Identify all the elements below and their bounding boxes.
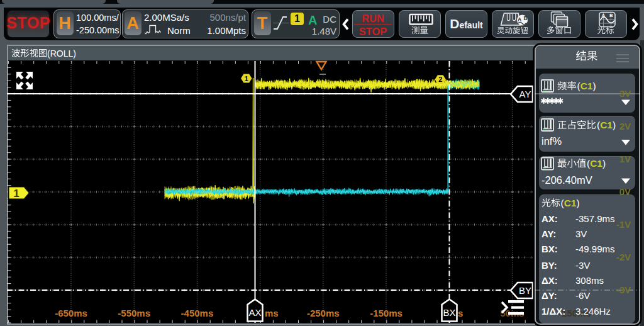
svg-text:(C1): (C1) bbox=[587, 158, 606, 169]
svg-text:-357.9ms: -357.9ms bbox=[575, 213, 615, 224]
svg-text:ΔY:: ΔY: bbox=[541, 290, 557, 301]
svg-text:AX:: AX: bbox=[541, 213, 558, 224]
svg-text:-206.40mV: -206.40mV bbox=[541, 174, 592, 186]
svg-text:-1V: -1V bbox=[616, 219, 631, 230]
svg-text:-6V: -6V bbox=[575, 290, 590, 301]
svg-text:ΔX:: ΔX: bbox=[541, 275, 558, 286]
svg-text:BX:: BX: bbox=[541, 244, 558, 254]
svg-text:(C1): (C1) bbox=[597, 120, 616, 130]
svg-text:2V: 2V bbox=[619, 121, 631, 132]
svg-text:(C1): (C1) bbox=[561, 198, 580, 208]
svg-text:3V: 3V bbox=[619, 88, 631, 99]
svg-text:0V: 0V bbox=[619, 186, 631, 197]
svg-text:1V: 1V bbox=[619, 154, 631, 164]
svg-text:1/ΔX:: 1/ΔX: bbox=[541, 306, 565, 317]
svg-text:3.246Hz: 3.246Hz bbox=[575, 306, 611, 317]
svg-text:-49.99ms: -49.99ms bbox=[575, 244, 615, 254]
svg-text:BY:: BY: bbox=[541, 260, 557, 271]
svg-text:AY:: AY: bbox=[541, 228, 556, 239]
svg-text:-3V: -3V bbox=[616, 284, 631, 295]
svg-text:(C1): (C1) bbox=[577, 81, 596, 91]
svg-text:-2V: -2V bbox=[616, 252, 631, 262]
svg-text:3V: 3V bbox=[575, 228, 587, 239]
svg-text:-3V: -3V bbox=[575, 260, 590, 271]
svg-text:308ms: 308ms bbox=[575, 275, 604, 286]
svg-text:inf%: inf% bbox=[541, 135, 562, 147]
